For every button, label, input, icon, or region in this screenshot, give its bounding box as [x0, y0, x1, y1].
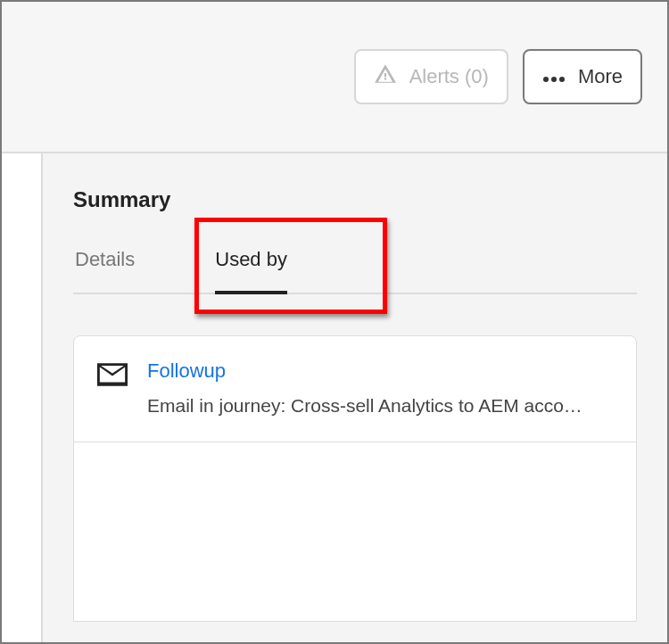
tab-details[interactable]: Details — [75, 248, 135, 293]
list-item-body: Followup Email in journey: Cross-sell An… — [147, 359, 613, 417]
svg-point-2 — [559, 77, 565, 82]
list-item[interactable]: Followup Email in journey: Cross-sell An… — [74, 336, 636, 442]
summary-panel: Summary Details Used by Followup Email i… — [43, 153, 667, 642]
envelope-icon — [97, 363, 128, 393]
used-by-content: Followup Email in journey: Cross-sell An… — [73, 335, 637, 622]
alerts-label: Alerts (0) — [409, 65, 489, 88]
more-dots-icon — [542, 65, 566, 88]
more-label: More — [578, 65, 623, 88]
lower-region: Summary Details Used by Followup Email i… — [2, 153, 667, 642]
alerts-button[interactable]: Alerts (0) — [354, 49, 508, 104]
more-button[interactable]: More — [523, 49, 642, 104]
tab-used-by[interactable]: Used by — [215, 248, 287, 293]
used-by-list: Followup Email in journey: Cross-sell An… — [73, 335, 637, 622]
svg-point-1 — [551, 77, 557, 82]
svg-point-0 — [543, 77, 549, 82]
left-strip — [2, 153, 43, 642]
list-item-title[interactable]: Followup — [147, 359, 613, 383]
list-item-subtitle: Email in journey: Cross-sell Analytics t… — [147, 395, 613, 417]
list-empty-area — [74, 442, 636, 621]
alert-triangle-icon — [374, 62, 397, 91]
tab-bar: Details Used by — [73, 248, 637, 294]
top-bar: Alerts (0) More — [2, 2, 667, 153]
app-frame: Alerts (0) More Summary Details Used by — [0, 0, 669, 644]
panel-title: Summary — [73, 187, 637, 212]
